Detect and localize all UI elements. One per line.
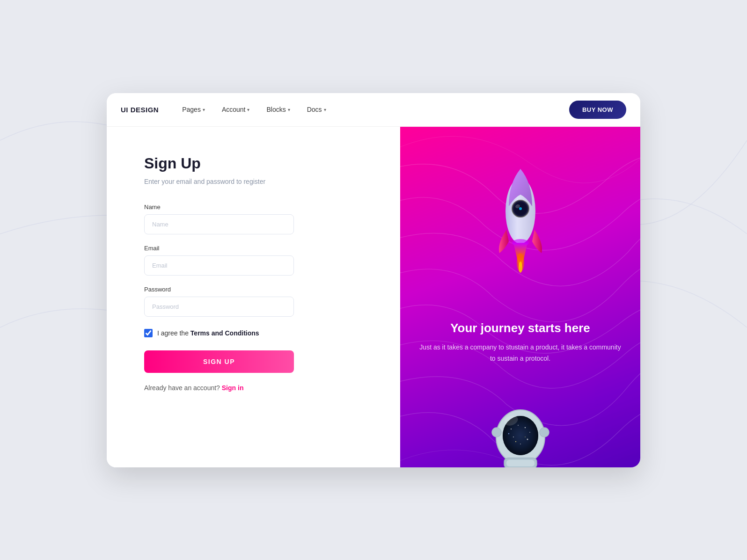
svg-point-16 (529, 432, 530, 433)
name-label: Name (144, 204, 363, 211)
svg-point-4 (519, 207, 522, 210)
terms-label: I agree the Terms and Conditions (157, 329, 259, 337)
nav-menu: Pages ▾ Account ▾ Blocks ▾ Docs ▾ (182, 106, 569, 113)
svg-point-20 (515, 441, 516, 442)
navbar: UI DESIGN Pages ▾ Account ▾ Blocks ▾ Doc… (107, 93, 640, 127)
signup-button[interactable]: SIGN UP (144, 350, 294, 373)
signup-title: Sign Up (144, 155, 363, 172)
journey-title: Your journey starts here (419, 321, 622, 335)
email-field-group: Email (144, 245, 363, 276)
svg-rect-25 (506, 460, 535, 466)
email-input[interactable] (144, 255, 294, 276)
signup-panel: Sign Up Enter your email and password to… (107, 127, 400, 467)
journey-subtitle: Just as it takes a company to stustain a… (419, 342, 622, 364)
svg-point-10 (540, 428, 549, 437)
signin-link[interactable]: Sign in (222, 384, 244, 392)
navbar-cta: BUY NOW (569, 101, 626, 119)
name-field-group: Name (144, 204, 363, 234)
email-label: Email (144, 245, 363, 252)
buy-now-button[interactable]: BUY NOW (569, 101, 626, 119)
password-field-group: Password (144, 286, 363, 317)
chevron-down-icon: ▾ (247, 107, 249, 112)
journey-text-block: Your journey starts here Just as it take… (400, 321, 640, 364)
svg-point-9 (492, 428, 501, 437)
terms-checkbox-row: I agree the Terms and Conditions (144, 329, 363, 337)
svg-point-22 (508, 433, 509, 434)
svg-point-15 (524, 427, 525, 428)
nav-docs[interactable]: Docs ▾ (307, 106, 326, 113)
promo-panel: Your journey starts here Just as it take… (400, 127, 640, 467)
helmet-illustration (485, 393, 556, 467)
chevron-down-icon: ▾ (324, 107, 326, 112)
name-input[interactable] (144, 214, 294, 234)
signin-row: Already have an account? Sign in (144, 384, 363, 392)
chevron-down-icon: ▾ (203, 107, 205, 112)
svg-point-7 (519, 262, 522, 273)
nav-blocks[interactable]: Blocks ▾ (266, 106, 290, 113)
rocket-illustration (483, 155, 558, 276)
nav-account[interactable]: Account ▾ (222, 106, 250, 113)
svg-point-13 (511, 429, 512, 429)
nav-pages[interactable]: Pages ▾ (182, 106, 205, 113)
terms-checkbox[interactable] (144, 329, 153, 337)
brand-logo: UI DESIGN (121, 106, 159, 114)
chevron-down-icon: ▾ (288, 107, 290, 112)
signup-subtitle: Enter your email and password to registe… (144, 177, 363, 187)
svg-point-21 (525, 436, 526, 437)
svg-point-18 (527, 438, 528, 440)
svg-point-17 (513, 436, 514, 437)
app-window: UI DESIGN Pages ▾ Account ▾ Blocks ▾ Doc… (107, 93, 640, 467)
password-label: Password (144, 286, 363, 293)
password-input[interactable] (144, 297, 294, 317)
svg-point-14 (518, 425, 519, 426)
main-content: Sign Up Enter your email and password to… (107, 127, 640, 467)
svg-point-19 (520, 444, 521, 444)
